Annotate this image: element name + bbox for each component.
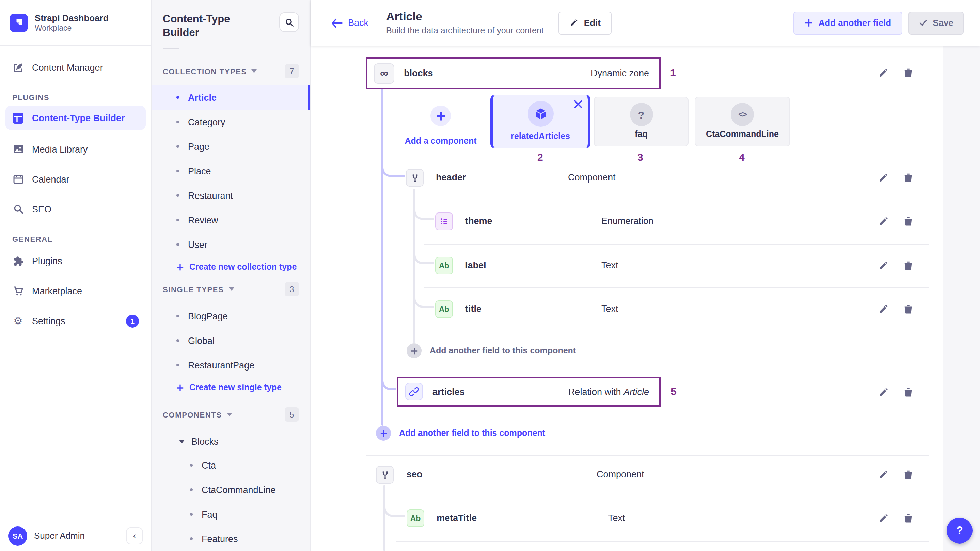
nav-item-seo[interactable]: SEO	[0, 194, 151, 224]
nav-item-calendar[interactable]: Calendar	[0, 164, 151, 194]
component-chip-faq[interactable]: ? faq	[594, 97, 689, 147]
workspace-title: Strapi Dashboard	[35, 13, 109, 23]
nav-item-marketplace[interactable]: Marketplace	[0, 276, 151, 306]
search-button[interactable]	[279, 12, 299, 32]
row-actions	[878, 304, 913, 315]
components-header[interactable]: COMPONENTS 5	[163, 407, 299, 422]
close-icon[interactable]	[574, 100, 582, 108]
sidebar-item-features[interactable]: Features	[152, 527, 310, 551]
seo-rail	[383, 485, 385, 551]
feather-icon	[12, 62, 24, 73]
nav-item-label: Calendar	[32, 174, 70, 184]
annotation-2: 2	[537, 151, 543, 163]
edit-field-button[interactable]	[878, 67, 889, 78]
collapse-sidebar-button[interactable]: ‹	[126, 527, 143, 544]
component-chip-ctacommandline[interactable]: <> CtaCommandLine	[695, 97, 790, 147]
text-field-icon: Ab	[407, 510, 424, 527]
delete-field-button[interactable]	[903, 304, 913, 315]
plus-icon	[177, 384, 184, 391]
page-title: Article	[386, 10, 544, 24]
sidebar-item-cta[interactable]: Cta	[152, 453, 310, 478]
field-name: metaTitle	[436, 514, 477, 523]
check-icon	[918, 18, 927, 27]
nav-item-content-manager[interactable]: Content Manager	[0, 53, 151, 83]
connector-curve	[414, 252, 434, 264]
sidebar-item-category[interactable]: Category	[152, 110, 310, 134]
sidebar-item-review[interactable]: Review	[152, 208, 310, 232]
row-divider	[396, 541, 929, 542]
sidebar-item-restaurant[interactable]: Restaurant	[152, 183, 310, 208]
workspace-brand[interactable]: Strapi Dashboard Workplace	[0, 0, 151, 46]
main-sidebar: Strapi Dashboard Workplace Content Manag…	[0, 0, 152, 551]
row-actions	[878, 172, 913, 183]
nav-item-label: Plugins	[32, 256, 62, 266]
trash-icon	[903, 260, 913, 271]
field-type: Enumeration	[601, 217, 654, 226]
chevron-down-icon	[251, 70, 257, 73]
section-divider	[366, 455, 929, 455]
field-name: label	[465, 261, 486, 271]
component-group-blocks[interactable]: Blocks	[163, 430, 299, 453]
add-component-label[interactable]: Add a component	[393, 136, 488, 146]
pencil-icon	[878, 216, 889, 227]
help-button[interactable]: ?	[947, 518, 972, 543]
create-single-type-link[interactable]: Create new single type	[163, 379, 299, 397]
single-types-header[interactable]: SINGLE TYPES 3	[163, 282, 299, 296]
sidebar-item-page[interactable]: Page	[152, 134, 310, 159]
pencil-icon	[570, 18, 579, 27]
delete-field-button[interactable]	[903, 216, 913, 227]
save-button[interactable]: Save	[908, 11, 964, 34]
sidebar-item-restaurantpage[interactable]: RestaurantPage	[152, 353, 310, 377]
active-indicator	[308, 85, 310, 110]
delete-field-button[interactable]	[903, 387, 913, 398]
add-field-to-component-button[interactable]: Add another field to this component	[407, 343, 576, 358]
back-link[interactable]: Back	[331, 18, 368, 28]
create-collection-type-link[interactable]: Create new collection type	[163, 258, 299, 276]
edit-button[interactable]: Edit	[559, 11, 612, 34]
nav-item-settings[interactable]: ⚙ Settings 1	[0, 306, 151, 336]
nav-item-plugins[interactable]: Plugins	[0, 246, 151, 276]
sidebar-item-faq[interactable]: Faq	[152, 502, 310, 527]
edit-field-button[interactable]	[878, 304, 889, 315]
trash-icon	[903, 67, 913, 78]
add-component-button[interactable]	[430, 105, 451, 126]
delete-field-button[interactable]	[903, 469, 913, 480]
collection-types-header[interactable]: COLLECTION TYPES 7	[163, 64, 299, 78]
plus-icon	[376, 426, 391, 441]
sidebar-item-article[interactable]: Article	[152, 85, 310, 110]
edit-field-button[interactable]	[878, 387, 889, 398]
delete-field-button[interactable]	[903, 260, 913, 271]
row-actions	[878, 513, 913, 524]
strapi-logo-icon	[10, 13, 28, 32]
sidebar-item-ctacommandline[interactable]: CtaCommandLine	[152, 478, 310, 502]
component-chip-relatedarticles[interactable]: relatedArticles	[490, 95, 590, 148]
builder-panel: Content-Type Builder COLLECTION TYPES 7 …	[152, 0, 310, 551]
edit-field-button[interactable]	[878, 172, 889, 183]
nav-section-general: GENERAL	[0, 235, 151, 243]
trash-icon	[903, 216, 913, 227]
edit-field-button[interactable]	[878, 260, 889, 271]
delete-field-button[interactable]	[903, 513, 913, 524]
sidebar-item-place[interactable]: Place	[152, 159, 310, 183]
field-row-articles[interactable]: articles Relation with Article	[397, 377, 660, 407]
sidebar-item-blogpage[interactable]: BlogPage	[152, 304, 310, 328]
chevron-down-icon	[227, 413, 232, 416]
delete-field-button[interactable]	[903, 67, 913, 78]
sidebar-item-global[interactable]: Global	[152, 328, 310, 353]
connector-curve	[383, 505, 405, 517]
sidebar-item-user[interactable]: User	[152, 232, 310, 257]
delete-field-button[interactable]	[903, 172, 913, 183]
edit-field-button[interactable]	[878, 513, 889, 524]
add-another-field-button[interactable]: Add another field	[793, 11, 902, 34]
code-icon: <>	[731, 103, 754, 126]
field-row-blocks[interactable]: ∞ blocks Dynamic zone	[366, 57, 660, 89]
plus-icon	[436, 111, 446, 121]
edit-field-button[interactable]	[878, 469, 889, 480]
avatar[interactable]: SA	[8, 526, 27, 545]
nav-item-media-library[interactable]: Media Library	[0, 134, 151, 164]
nav-item-label: Settings	[32, 316, 65, 326]
pencil-icon	[878, 304, 889, 315]
add-field-to-component-button[interactable]: Add another field to this component	[376, 426, 545, 441]
edit-field-button[interactable]	[878, 216, 889, 227]
nav-item-content-type-builder[interactable]: Content-Type Builder	[5, 105, 146, 130]
